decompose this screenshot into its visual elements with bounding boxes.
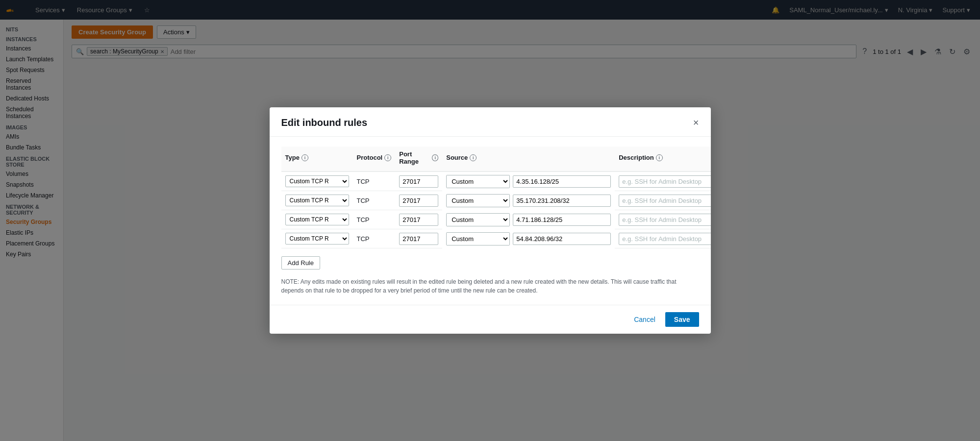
cancel-button[interactable]: Cancel <box>630 313 659 326</box>
description-cell-0 <box>615 172 710 191</box>
port-range-cell-1 <box>395 191 442 210</box>
rules-table: Type i Protocol i Port R <box>281 147 711 249</box>
modal-title: Edit inbound rules <box>281 117 368 128</box>
type-select-3[interactable]: Custom TCP R Custom TCP SSH HTTP HTTPS A… <box>285 233 349 245</box>
description-col-label: Description <box>619 154 654 161</box>
port-range-input-2[interactable] <box>399 214 438 226</box>
source-col-label: Source <box>446 154 468 161</box>
edit-inbound-rules-modal: Edit inbound rules × Type i <box>270 107 711 334</box>
type-info-icon[interactable]: i <box>302 154 308 161</box>
port-range-info-icon[interactable]: i <box>432 154 438 161</box>
description-cell-3 <box>615 229 710 248</box>
rules-tbody: Custom TCP R Custom TCP SSH HTTP HTTPS A… <box>281 172 711 248</box>
description-input-1[interactable] <box>619 195 710 207</box>
description-cell-2 <box>615 210 710 229</box>
cidr-input-0[interactable] <box>513 175 611 188</box>
description-input-0[interactable] <box>619 175 710 188</box>
th-source: Source i <box>442 147 615 172</box>
table-header-row: Type i Protocol i Port R <box>281 147 711 172</box>
protocol-col-label: Protocol <box>357 154 383 161</box>
source-select-3[interactable]: Custom Anywhere My IP <box>447 233 509 245</box>
protocol-text-1: TCP <box>357 197 370 204</box>
table-row: Custom TCP R Custom TCP SSH HTTP HTTPS A… <box>281 191 711 210</box>
port-range-cell-0 <box>395 172 442 191</box>
description-cell-1 <box>615 191 710 210</box>
port-range-col-label: Port Range <box>399 150 430 165</box>
th-port-range: Port Range i <box>395 147 442 172</box>
port-range-input-3[interactable] <box>399 233 438 245</box>
table-row: Custom TCP R Custom TCP SSH HTTP HTTPS A… <box>281 172 711 191</box>
th-description: Description i <box>615 147 710 172</box>
description-input-2[interactable] <box>619 214 710 226</box>
port-range-cell-2 <box>395 210 442 229</box>
note-text: NOTE: Any edits made on existing rules w… <box>281 277 699 295</box>
type-select-0[interactable]: Custom TCP R Custom TCP SSH HTTP HTTPS A… <box>285 175 349 187</box>
protocol-cell-1: TCP <box>353 191 396 210</box>
port-range-input-1[interactable] <box>399 195 438 207</box>
source-cell-3: Custom Anywhere My IP <box>442 229 615 248</box>
type-cell-1: Custom TCP R Custom TCP SSH HTTP HTTPS A… <box>281 191 353 210</box>
add-rule-button[interactable]: Add Rule <box>281 256 320 270</box>
protocol-info-icon[interactable]: i <box>384 154 391 161</box>
type-select-2[interactable]: Custom TCP R Custom TCP SSH HTTP HTTPS A… <box>285 214 349 225</box>
source-select-wrap-1: Custom Anywhere My IP <box>446 194 510 207</box>
save-button[interactable]: Save <box>665 312 699 327</box>
cidr-input-3[interactable] <box>513 233 611 245</box>
protocol-text-2: TCP <box>357 216 370 223</box>
source-select-1[interactable]: Custom Anywhere My IP <box>447 195 509 207</box>
source-select-wrap-3: Custom Anywhere My IP <box>446 232 510 245</box>
source-cell-0: Custom Anywhere My IP <box>442 172 615 191</box>
modal-body: Type i Protocol i Port R <box>270 137 711 305</box>
type-cell-2: Custom TCP R Custom TCP SSH HTTP HTTPS A… <box>281 210 353 229</box>
protocol-text-0: TCP <box>357 178 370 185</box>
protocol-cell-2: TCP <box>353 210 396 229</box>
type-cell-0: Custom TCP R Custom TCP SSH HTTP HTTPS A… <box>281 172 353 191</box>
type-cell-3: Custom TCP R Custom TCP SSH HTTP HTTPS A… <box>281 229 353 248</box>
source-select-0[interactable]: Custom Anywhere My IP <box>447 175 509 188</box>
port-range-input-0[interactable] <box>399 175 438 188</box>
source-cell-1: Custom Anywhere My IP <box>442 191 615 210</box>
modal-header: Edit inbound rules × <box>270 107 711 137</box>
port-range-cell-3 <box>395 229 442 248</box>
th-protocol: Protocol i <box>353 147 396 172</box>
protocol-text-3: TCP <box>357 235 370 243</box>
modal-footer: Cancel Save <box>270 305 711 334</box>
description-info-icon[interactable]: i <box>656 154 663 161</box>
cidr-input-1[interactable] <box>513 195 611 207</box>
type-col-label: Type <box>285 154 300 161</box>
cidr-input-2[interactable] <box>513 214 611 226</box>
modal-overlay: Edit inbound rules × Type i <box>0 0 980 441</box>
source-select-2[interactable]: Custom Anywhere My IP <box>447 214 509 226</box>
description-input-3[interactable] <box>619 233 710 245</box>
type-select-1[interactable]: Custom TCP R Custom TCP SSH HTTP HTTPS A… <box>285 195 349 206</box>
source-select-wrap-2: Custom Anywhere My IP <box>446 213 510 226</box>
th-type: Type i <box>281 147 353 172</box>
table-row: Custom TCP R Custom TCP SSH HTTP HTTPS A… <box>281 210 711 229</box>
source-cell-2: Custom Anywhere My IP <box>442 210 615 229</box>
modal-close-button[interactable]: × <box>693 118 699 127</box>
protocol-cell-0: TCP <box>353 172 396 191</box>
protocol-cell-3: TCP <box>353 229 396 248</box>
source-select-wrap-0: Custom Anywhere My IP <box>446 175 510 188</box>
source-info-icon[interactable]: i <box>470 154 477 161</box>
table-row: Custom TCP R Custom TCP SSH HTTP HTTPS A… <box>281 229 711 248</box>
